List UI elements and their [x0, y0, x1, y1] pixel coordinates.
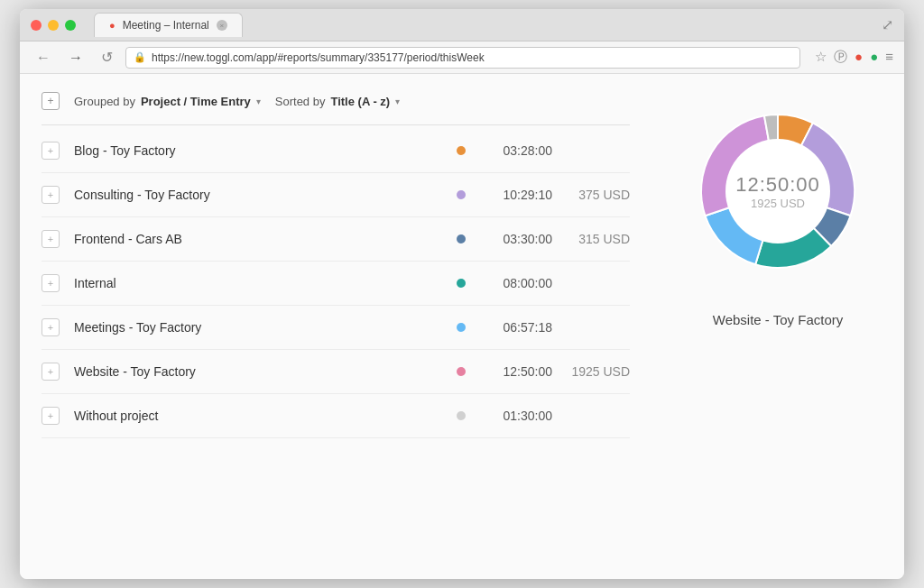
sort-value: Title (A - z) [330, 95, 390, 108]
tab-close-button[interactable]: × [217, 20, 227, 31]
project-row[interactable]: + Internal 08:00:00 [42, 262, 630, 306]
forward-button[interactable]: → [63, 48, 88, 68]
window-controls: ⤢ [882, 16, 893, 33]
group-value: Project / Time Entry [141, 95, 251, 108]
row-expand-button[interactable]: + [42, 142, 60, 160]
close-icon[interactable]: ● [855, 49, 863, 66]
project-row[interactable]: + Without project 01:30:00 [42, 394, 630, 438]
project-name: Without project [74, 409, 457, 423]
project-row[interactable]: + Website - Toy Factory 12:50:00 1925 US… [42, 350, 630, 394]
tab-favicon: ● [109, 20, 116, 31]
browser-window: ● Meeting – Internal × ⤢ ← → ↺ 🔒 https:/… [20, 9, 904, 579]
row-expand-button[interactable]: + [42, 407, 60, 425]
sort-prefix: Sorted by [275, 95, 326, 108]
project-color-dot [457, 323, 466, 332]
toolbar-divider [42, 124, 630, 125]
project-color-dot [457, 411, 466, 420]
row-expand-button[interactable]: + [42, 363, 60, 381]
project-row[interactable]: + Frontend - Cars AB 03:30:00 315 USD [42, 217, 630, 262]
project-usd: 1925 USD [567, 364, 630, 379]
project-name: Internal [74, 276, 457, 290]
back-button[interactable]: ← [31, 48, 56, 68]
minimize-button[interactable] [48, 20, 59, 31]
project-time: 01:30:00 [480, 409, 552, 423]
project-time: 08:00:00 [480, 276, 552, 290]
donut-svg [679, 92, 877, 290]
sync-icon[interactable]: ● [870, 49, 878, 66]
project-name: Consulting - Toy Factory [74, 188, 457, 202]
sort-by-selector[interactable]: Sorted by Title (A - z) ▾ [275, 95, 400, 108]
url-text: https://new.toggl.com/app/#reports/summa… [152, 51, 792, 64]
row-expand-button[interactable]: + [42, 318, 60, 336]
expand-all-button[interactable]: + [42, 92, 60, 110]
group-prefix: Grouped by [74, 95, 135, 108]
donut-chart: 12:50:00 1925 USD [679, 92, 877, 290]
project-row[interactable]: + Consulting - Toy Factory 10:29:10 375 … [42, 173, 630, 217]
project-row[interactable]: + Blog - Toy Factory 03:28:00 [42, 129, 630, 173]
chart-label: Website - Toy Factory [713, 312, 844, 327]
tab-title: Meeting – Internal [123, 19, 209, 32]
project-time: 06:57:18 [480, 320, 552, 335]
menu-icon[interactable]: ≡ [885, 49, 893, 66]
project-color-dot [457, 146, 466, 155]
nav-bar: ← → ↺ 🔒 https://new.toggl.com/app/#repor… [20, 41, 904, 74]
maximize-button[interactable] [65, 20, 76, 31]
nav-icons: ☆ Ⓟ ● ● ≡ [815, 49, 893, 66]
project-usd: 375 USD [567, 188, 630, 202]
project-time: 10:29:10 [480, 188, 552, 202]
toolbar: + Grouped by Project / Time Entry ▾ Sort… [42, 92, 630, 110]
ssl-lock-icon: 🔒 [134, 51, 146, 63]
traffic-lights [31, 20, 76, 31]
row-expand-button[interactable]: + [42, 186, 60, 204]
group-by-selector[interactable]: Grouped by Project / Time Entry ▾ [74, 95, 261, 108]
main-area: + Grouped by Project / Time Entry ▾ Sort… [20, 74, 651, 579]
chart-area: 12:50:00 1925 USD Website - Toy Factory [651, 74, 904, 579]
pocket-icon[interactable]: Ⓟ [834, 49, 847, 66]
project-color-dot [457, 367, 466, 376]
project-time: 03:28:00 [480, 143, 552, 158]
project-name: Frontend - Cars AB [74, 232, 457, 246]
sort-chevron-icon: ▾ [395, 96, 400, 106]
project-time: 03:30:00 [480, 232, 552, 246]
tab-bar: ● Meeting – Internal × [94, 13, 882, 37]
svg-point-1 [725, 139, 830, 243]
title-bar: ● Meeting – Internal × ⤢ [20, 9, 904, 41]
project-color-dot [457, 279, 466, 288]
project-list: + Blog - Toy Factory 03:28:00 + Consulti… [42, 129, 630, 438]
content-area: + Grouped by Project / Time Entry ▾ Sort… [20, 74, 904, 579]
project-name: Blog - Toy Factory [74, 143, 457, 158]
project-usd: 315 USD [567, 232, 630, 246]
group-chevron-icon: ▾ [256, 96, 261, 106]
refresh-button[interactable]: ↺ [96, 47, 118, 68]
project-name: Website - Toy Factory [74, 364, 457, 379]
project-time: 12:50:00 [480, 364, 552, 379]
project-color-dot [457, 190, 466, 199]
url-bar[interactable]: 🔒 https://new.toggl.com/app/#reports/sum… [125, 47, 800, 69]
project-color-dot [457, 234, 466, 243]
browser-tab[interactable]: ● Meeting – Internal × [94, 13, 243, 37]
project-row[interactable]: + Meetings - Toy Factory 06:57:18 [42, 306, 630, 350]
star-icon[interactable]: ☆ [815, 49, 827, 66]
project-name: Meetings - Toy Factory [74, 320, 457, 335]
row-expand-button[interactable]: + [42, 274, 60, 292]
row-expand-button[interactable]: + [42, 230, 60, 248]
close-button[interactable] [31, 20, 42, 31]
